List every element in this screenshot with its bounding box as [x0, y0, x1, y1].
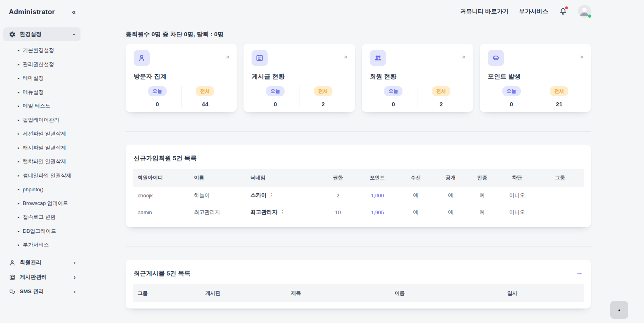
subitem-label: 캐시파일 일괄삭제	[23, 144, 66, 151]
sidebar-subitem-admin-auth[interactable]: ▸관리권한설정	[3, 58, 80, 72]
sidebar-subitem-access-log[interactable]: ▸접속로그 변환	[3, 210, 80, 224]
stat-card-members[interactable]: » 회원 현황 오늘 0 전체 2	[362, 44, 473, 112]
today-value: 0	[510, 101, 513, 108]
notification-badge	[565, 6, 568, 9]
card-title: 방문자 집계	[134, 72, 229, 81]
cell-member-id: admin	[133, 204, 189, 221]
col-header-title: 제목	[286, 284, 390, 302]
card-title: 회원 현황	[370, 72, 465, 81]
community-shortcut-link[interactable]: 커뮤니티 바로가기	[460, 8, 508, 15]
cell-level: 2	[318, 187, 358, 204]
icon-tile	[488, 50, 504, 66]
chevron-right-icon: ›	[74, 259, 76, 266]
sidebar-subitem-captcha-delete[interactable]: ▸캡챠파일 일괄삭제	[3, 155, 80, 169]
sidebar-item-sms[interactable]: SMS 관리 ›	[3, 285, 80, 299]
section-divider	[126, 246, 591, 247]
online-status-dot	[588, 14, 592, 18]
cell-point-link[interactable]: 1,000	[358, 187, 396, 204]
topbar: 커뮤니티 바로가기 부가서비스	[126, 0, 591, 23]
table-header-row: 회원아이디 이름 닉네임 권한 포인트 수신 공개 인증 차단 그룹	[133, 169, 584, 187]
recent-posts-title: 최근게시물 5건 목록	[134, 269, 190, 278]
triangle-icon: ▸	[18, 90, 20, 94]
cell-receive: 예	[396, 204, 435, 221]
subitem-label: 관리권한설정	[23, 61, 54, 68]
col-header-receive: 수신	[396, 169, 435, 187]
sidebar-subitem-extra-service[interactable]: ▸부가서비스	[3, 238, 80, 252]
subitem-label: 세션파일 일괄삭제	[23, 130, 66, 137]
today-value: 0	[392, 101, 395, 108]
sidebar-subitem-theme[interactable]: ▸테마설정	[3, 71, 80, 85]
kebab-menu-icon[interactable]: ⋮	[269, 192, 275, 198]
more-double-chevron-icon[interactable]: »	[462, 53, 465, 60]
sidebar: Administrator « 환경설정 › ▸기본환경설정 ▸관리권한설정 ▸…	[0, 0, 84, 323]
col-header-nickname: 닉네임	[246, 169, 318, 187]
stat-card-posts[interactable]: » 게시글 현황 오늘 0 전체 2	[244, 44, 355, 112]
sidebar-subitem-menu[interactable]: ▸메뉴설정	[3, 85, 80, 99]
sidebar-subitem-phpinfo[interactable]: ▸phpinfo()	[3, 182, 80, 197]
sidebar-item-label: 회원관리	[20, 259, 70, 266]
extra-service-link[interactable]: 부가서비스	[519, 8, 549, 15]
cell-point-link[interactable]: 1,905	[358, 204, 396, 221]
sidebar-subitem-browscap[interactable]: ▸Browscap 업데이트	[3, 197, 80, 211]
cell-certify: 예	[466, 204, 498, 221]
sidebar-subitem-popup-layer[interactable]: ▸팝업레이어관리	[3, 113, 80, 127]
icon-tile	[370, 50, 386, 66]
chevron-right-icon: ›	[74, 288, 76, 295]
sidebar-subitem-cache-delete[interactable]: ▸캐시파일 일괄삭제	[3, 141, 80, 155]
more-double-chevron-icon[interactable]: »	[344, 53, 347, 60]
subitem-label: 부가서비스	[23, 241, 49, 248]
sidebar-subitem-mail-test[interactable]: ▸메일 테스트	[3, 99, 80, 113]
triangle-icon: ▸	[18, 132, 20, 136]
subitem-label: Browscap 업데이트	[23, 200, 68, 207]
icon-tile	[134, 50, 150, 66]
sidebar-item-members[interactable]: 회원관리 ›	[3, 256, 80, 270]
sidebar-subitem-db-upgrade[interactable]: ▸DB업그레이드	[3, 224, 80, 238]
icon-tile	[252, 50, 268, 66]
triangle-icon: ▸	[18, 229, 20, 233]
user-avatar[interactable]	[578, 5, 591, 18]
table-row[interactable]: choojk 하늘이 스카이⋮ 2 1,000 예 예 예 아니오	[133, 187, 584, 204]
more-double-chevron-icon[interactable]: »	[226, 53, 229, 60]
stat-card-points[interactable]: » 포인트 발생 오늘 0 전체 21	[480, 44, 591, 112]
table-row[interactable]: admin 최고관리자 최고관리자⋮ 10 1,905 예 예 예 아니오	[133, 204, 584, 221]
cell-group	[536, 187, 584, 204]
stat-card-visitors[interactable]: » 방문자 집계 오늘 0 전체 44	[126, 44, 237, 112]
subitem-label: 접속로그 변환	[23, 213, 56, 221]
today-column: 오늘 0	[252, 86, 299, 108]
total-column: 전체 2	[417, 86, 465, 108]
scroll-to-top-button[interactable]: ▲	[610, 301, 628, 319]
triangle-icon: ▸	[18, 48, 20, 52]
subitem-label: DB업그레이드	[23, 228, 56, 235]
today-value: 0	[274, 101, 277, 108]
kebab-menu-icon[interactable]: ⋮	[280, 209, 285, 215]
notification-bell-button[interactable]	[559, 7, 568, 16]
total-value: 44	[202, 101, 208, 108]
total-column: 전체 21	[535, 86, 583, 108]
col-header-board: 게시판	[200, 284, 286, 302]
table-card-header: 신규가입회원 5건 목록	[133, 154, 584, 163]
card-stats: 오늘 0 전체 2	[370, 86, 465, 108]
total-value: 2	[322, 101, 325, 108]
sidebar-subitem-thumbnail-delete[interactable]: ▸썸네일파일 일괄삭제	[3, 169, 80, 183]
new-members-title: 신규가입회원 5건 목록	[134, 154, 197, 163]
main-area: 커뮤니티 바로가기 부가서비스 총회원수 0명 중 차단 0명, 탈퇴 : 0명…	[84, 0, 644, 323]
sidebar-item-label: 게시판관리	[20, 273, 70, 281]
today-badge: 오늘	[384, 86, 402, 96]
sidebar-item-boards[interactable]: 게시판관리 ›	[3, 270, 80, 284]
recent-posts-card: 최근게시물 5건 목록 → 그룹 게시판 제목 이름 일시	[126, 260, 591, 309]
sidebar-subitem-basic-config[interactable]: ▸기본환경설정	[3, 43, 80, 58]
more-double-chevron-icon[interactable]: »	[580, 53, 583, 60]
total-column: 전체 2	[299, 86, 347, 108]
sidebar-collapse-icon[interactable]: «	[72, 8, 76, 16]
cell-group	[536, 204, 584, 221]
sidebar-item-config[interactable]: 환경설정 ›	[3, 27, 80, 41]
col-header-datetime: 일시	[502, 284, 584, 302]
triangle-icon: ▸	[18, 62, 20, 66]
cell-block: 아니오	[498, 187, 536, 204]
sidebar-subitem-session-delete[interactable]: ▸세션파일 일괄삭제	[3, 127, 80, 141]
go-to-list-arrow-icon[interactable]: →	[576, 269, 583, 275]
card-title: 게시글 현황	[252, 72, 347, 81]
subitem-label: 기본환경설정	[23, 47, 54, 54]
sidebar-item-label: 환경설정	[20, 31, 70, 38]
subitem-label: 메뉴설정	[23, 89, 44, 96]
